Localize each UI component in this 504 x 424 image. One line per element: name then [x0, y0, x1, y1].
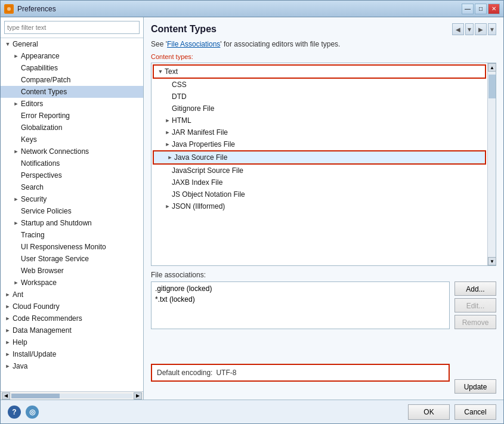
- sidebar-item-web-browser[interactable]: Web Browser: [1, 265, 143, 277]
- vscroll-up-btn[interactable]: ▲: [488, 63, 496, 72]
- ct-label: JS Object Notation File: [172, 190, 245, 199]
- ct-item-text[interactable]: ▼ Text: [154, 66, 485, 78]
- left-panel: ▼ General ► Appearance Capabilities Comp…: [1, 17, 144, 400]
- info-icon[interactable]: ◎: [26, 406, 39, 419]
- expand-icon-text: ▼: [156, 67, 165, 76]
- sidebar-item-label: Cloud Foundry: [13, 302, 60, 311]
- expand-icon-security: ►: [11, 194, 21, 204]
- file-assoc-section: File associations: .gitignore (locked) *…: [151, 271, 496, 329]
- spacer-notif: [11, 159, 21, 168]
- expand-icon-help: ►: [3, 338, 13, 347]
- sidebar-item-editors[interactable]: ► Editors: [1, 98, 143, 110]
- sidebar-item-label: Workspace: [21, 278, 57, 287]
- file-associations-link[interactable]: File Associations: [167, 40, 220, 48]
- sidebar-item-content-types[interactable]: Content Types: [1, 86, 143, 98]
- sidebar-item-install-update[interactable]: ► Install/Update: [1, 348, 143, 360]
- ct-item-jar-manifest[interactable]: ► JAR Manifest File: [151, 126, 487, 138]
- update-button[interactable]: Update: [454, 379, 496, 394]
- vscroll-down-btn[interactable]: ▼: [488, 257, 496, 265]
- forward-button[interactable]: ▶: [475, 23, 487, 35]
- window-title: Preferences: [17, 5, 462, 13]
- sidebar-item-service-policies[interactable]: Service Policies: [1, 205, 143, 217]
- fa-item-gitignore[interactable]: .gitignore (locked): [153, 283, 448, 294]
- ct-label: Gitignore File: [172, 104, 214, 113]
- add-button[interactable]: Add...: [454, 281, 496, 296]
- sidebar-item-tracing[interactable]: Tracing: [1, 229, 143, 241]
- file-assoc-label: File associations:: [151, 271, 496, 279]
- vscroll-track[interactable]: [488, 72, 496, 257]
- sidebar-item-compare-patch[interactable]: Compare/Patch: [1, 74, 143, 86]
- cancel-button[interactable]: Cancel: [454, 404, 496, 420]
- ct-item-jaxb[interactable]: JAXB Index File: [151, 177, 487, 188]
- spacer-jssrc: [163, 166, 172, 175]
- help-icon[interactable]: ?: [8, 406, 21, 419]
- sidebar-item-label: Notifications: [21, 159, 60, 168]
- ct-label: Text: [165, 67, 178, 76]
- spacer-git: [163, 104, 172, 113]
- forward-dropdown-button[interactable]: ▼: [488, 23, 496, 35]
- back-dropdown-button[interactable]: ▼: [465, 23, 474, 35]
- right-panel-title: Content Types: [151, 24, 217, 35]
- sidebar-item-capabilities[interactable]: Capabilities: [1, 62, 143, 74]
- minimize-button[interactable]: —: [462, 4, 474, 14]
- sidebar-item-perspectives[interactable]: Perspectives: [1, 169, 143, 181]
- sidebar-item-ant[interactable]: ► Ant: [1, 289, 143, 301]
- sidebar-item-code-recommenders[interactable]: ► Code Recommenders: [1, 312, 143, 324]
- spacer-ct: [11, 87, 21, 97]
- sidebar-item-cloud-foundry[interactable]: ► Cloud Foundry: [1, 301, 143, 312]
- ct-item-gitignore[interactable]: Gitignore File: [151, 103, 487, 114]
- fa-item-txt[interactable]: *.txt (locked): [153, 294, 448, 305]
- maximize-button[interactable]: □: [475, 4, 487, 14]
- ct-item-java-properties[interactable]: ► Java Properties File: [151, 138, 487, 150]
- sidebar-item-label: Appearance: [21, 52, 60, 60]
- remove-button[interactable]: Remove: [454, 315, 496, 329]
- description-text: See 'File Associations' for associating …: [151, 40, 496, 48]
- ct-label: JavaScript Source File: [172, 166, 243, 175]
- sidebar-item-security[interactable]: ► Security: [1, 193, 143, 205]
- close-button[interactable]: ✕: [488, 4, 500, 14]
- footer: ? ◎ OK Cancel: [1, 400, 503, 423]
- ct-item-js-source[interactable]: JavaScript Source File: [151, 165, 487, 177]
- spacer-uss: [11, 254, 21, 264]
- spacer-search: [11, 182, 21, 192]
- ok-button[interactable]: OK: [408, 404, 450, 420]
- sidebar-item-ui-responsiveness[interactable]: UI Responsiveness Monito: [1, 241, 143, 253]
- titlebar: Preferences — □ ✕: [1, 1, 503, 17]
- hscroll-track[interactable]: [11, 394, 132, 398]
- back-button[interactable]: ◀: [452, 23, 464, 35]
- sidebar-item-label: UI Responsiveness Monito: [21, 243, 106, 251]
- sidebar-item-globalization[interactable]: Globalization: [1, 122, 143, 134]
- sidebar-item-label: Install/Update: [13, 350, 56, 358]
- sidebar-item-search[interactable]: Search: [1, 181, 143, 193]
- window-controls: — □ ✕: [462, 4, 500, 14]
- ct-item-json[interactable]: JS Object Notation File: [151, 188, 487, 200]
- sidebar-item-notifications[interactable]: Notifications: [1, 157, 143, 169]
- sidebar-item-general[interactable]: ▼ General: [1, 38, 143, 50]
- sidebar-item-network[interactable]: ► Network Connections: [1, 146, 143, 157]
- sidebar-item-user-storage[interactable]: User Storage Service: [1, 253, 143, 265]
- sidebar-item-appearance[interactable]: ► Appearance: [1, 50, 143, 62]
- spacer-compare: [11, 75, 21, 85]
- sidebar-item-data-management[interactable]: ► Data Management: [1, 324, 143, 336]
- ct-item-css[interactable]: CSS: [151, 79, 487, 91]
- sidebar-item-keys[interactable]: Keys: [1, 134, 143, 146]
- scroll-left-btn[interactable]: ◀: [2, 392, 10, 400]
- ct-item-json-illformed[interactable]: ► JSON (Illformed): [151, 200, 487, 212]
- sidebar-item-java[interactable]: ► Java: [1, 360, 143, 372]
- sidebar-item-label: Ant: [13, 290, 23, 299]
- sidebar-item-error-reporting[interactable]: Error Reporting: [1, 110, 143, 122]
- scroll-right-btn[interactable]: ▶: [134, 392, 142, 400]
- tree-panel: ▼ General ► Appearance Capabilities Comp…: [1, 38, 143, 391]
- filter-input[interactable]: [4, 21, 140, 34]
- ct-label: DTD: [172, 92, 187, 101]
- sidebar-item-startup[interactable]: ► Startup and Shutdown: [1, 217, 143, 229]
- ct-item-java-source[interactable]: ► Java Source File: [154, 151, 485, 163]
- edit-button[interactable]: Edit...: [454, 298, 496, 312]
- ct-item-dtd[interactable]: DTD: [151, 91, 487, 103]
- expand-icon-general: ▼: [3, 39, 13, 49]
- content-types-vscrollbar: ▲ ▼: [487, 63, 496, 265]
- sidebar-item-label: Java: [13, 362, 27, 370]
- ct-item-html[interactable]: ► HTML: [151, 114, 487, 126]
- sidebar-item-workspace[interactable]: ► Workspace: [1, 277, 143, 289]
- sidebar-item-help[interactable]: ► Help: [1, 336, 143, 348]
